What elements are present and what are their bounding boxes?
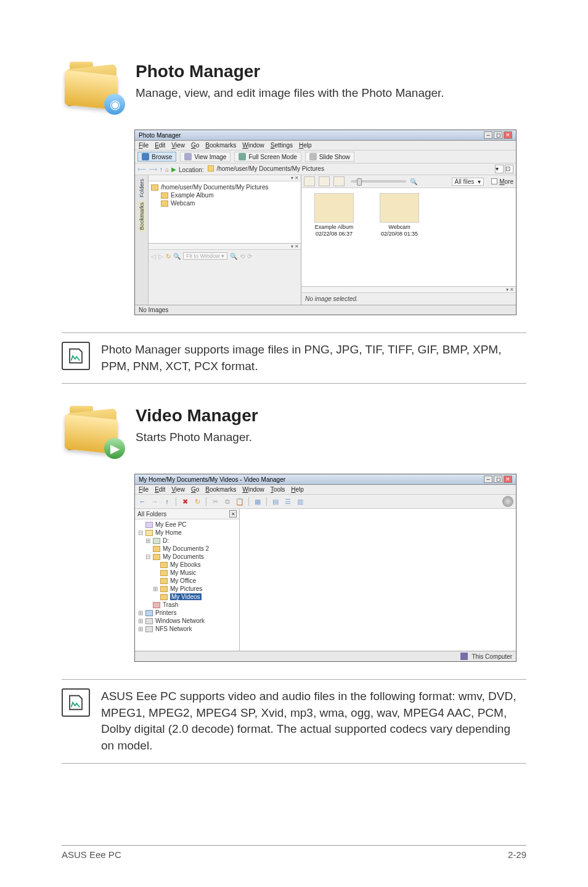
nav-forward-icon[interactable]: ⟶ [149, 166, 157, 173]
menu-edit[interactable]: Edit [155, 142, 165, 149]
vm-menu-file[interactable]: File [139, 486, 149, 493]
vm-tree-node[interactable]: Trash [137, 601, 237, 609]
pm-menubar[interactable]: File Edit View Go Bookmarks Window Setti… [135, 141, 516, 151]
info-text: No image selected. [301, 293, 516, 305]
loc-dropdown-icon[interactable]: ▾ [495, 165, 504, 173]
vm-menu-view[interactable]: View [171, 486, 185, 493]
vm-side-close-icon[interactable]: ✕ [229, 510, 237, 518]
video-manager-screenshot: My Home/My Documents/My Videos - Video M… [134, 474, 517, 662]
vm-tree-node[interactable]: My Office [137, 577, 237, 585]
vm-tree-node[interactable]: ⊞Printers [137, 609, 237, 617]
vm-tree-node[interactable]: ⊞D: [137, 537, 237, 545]
nav-go-icon[interactable]: ▶ [171, 166, 176, 173]
nav-home-icon[interactable]: ⌂ [165, 166, 169, 173]
vm-close-button[interactable]: ✕ [504, 476, 512, 483]
more-checkbox[interactable] [491, 178, 497, 184]
view-image-mode-button[interactable]: View Image [180, 152, 231, 162]
vm-view-details-icon[interactable]: ▥ [295, 497, 305, 506]
prev-refresh-icon[interactable]: ↻ [166, 253, 171, 260]
vm-view-list-icon[interactable]: ☰ [283, 497, 293, 506]
view-thumbs-icon[interactable] [304, 176, 315, 186]
vm-tree-node[interactable]: ⊟My Documents [137, 553, 237, 561]
vm-tree-node[interactable]: My Eee PC [137, 521, 237, 529]
prev-zoom-in-icon[interactable]: 🔍 [230, 253, 237, 260]
menu-file[interactable]: File [139, 142, 149, 149]
preview-panel-handle[interactable]: ▾ ✕ [149, 244, 301, 250]
side-tab-folders[interactable]: Folders [139, 178, 145, 199]
vm-file-area[interactable] [240, 509, 516, 651]
nav-up-icon[interactable]: ↑ [160, 166, 163, 173]
minimize-button[interactable]: – [484, 131, 492, 139]
vm-stop-icon[interactable]: ✖ [180, 497, 190, 506]
slide-show-mode-button[interactable]: Slide Show [305, 152, 354, 162]
maximize-button[interactable]: ◻ [494, 131, 502, 139]
menu-help[interactable]: Help [299, 142, 312, 149]
vm-back-icon[interactable]: ← [137, 497, 147, 506]
video-folder-icon: ▶ [65, 406, 120, 455]
tree-panel-handle[interactable]: ▾ ✕ [149, 175, 301, 181]
vm-tree-node[interactable]: My Videos [137, 593, 237, 601]
close-button[interactable]: ✕ [504, 131, 512, 139]
photo-manager-desc: Manage, view, and edit image files with … [136, 85, 526, 102]
prev-prev-icon[interactable]: ◁ [151, 253, 156, 260]
vm-tree-node[interactable]: My Documents 2 [137, 545, 237, 553]
vm-note-text: ASUS Eee PC supports video and audio fil… [101, 688, 526, 754]
thumb-webcam[interactable]: Webcam02/20/08 01:35 [372, 193, 427, 237]
vm-menubar[interactable]: File Edit View Go Bookmarks Window Tools… [135, 485, 516, 495]
fit-mode-select[interactable]: Fit to Window ▾ [183, 252, 227, 260]
menu-settings[interactable]: Settings [271, 142, 293, 149]
view-list-icon[interactable] [319, 176, 330, 186]
vm-menu-tools[interactable]: Tools [271, 486, 285, 493]
thumb-size-slider[interactable] [351, 180, 406, 183]
menu-go[interactable]: Go [191, 142, 199, 149]
menu-bookmarks[interactable]: Bookmarks [205, 142, 236, 149]
tree-node-webcam[interactable]: Webcam [151, 199, 298, 207]
vm-minimize-button[interactable]: – [484, 476, 492, 483]
footer-left: ASUS Eee PC [62, 849, 121, 860]
location-label: Location: [179, 166, 204, 173]
info-panel-handle[interactable]: ▾ ✕ [301, 287, 516, 293]
vm-menu-window[interactable]: Window [242, 486, 264, 493]
vm-copy-icon[interactable]: ⧉ [223, 497, 232, 506]
vm-view-icons-icon[interactable]: ▦ [253, 497, 263, 506]
tree-node-example-album[interactable]: Example Album [151, 191, 298, 199]
vm-menu-bookmarks[interactable]: Bookmarks [205, 486, 236, 493]
nav-back-icon[interactable]: ⟵ [137, 166, 146, 173]
zoom-out-icon[interactable]: 🔍 [410, 178, 417, 185]
menu-window[interactable]: Window [242, 142, 264, 149]
prev-rotate-right-icon[interactable]: ⟳ [247, 253, 252, 260]
vm-menu-edit[interactable]: Edit [155, 486, 165, 493]
view-details-icon[interactable] [333, 176, 345, 186]
browse-mode-button[interactable]: Browse [137, 152, 176, 162]
vm-tree-node[interactable]: ⊟My Home [137, 529, 237, 537]
vm-cut-icon[interactable]: ✂ [210, 497, 220, 506]
vm-tree-node[interactable]: My Music [137, 569, 237, 577]
vm-menu-help[interactable]: Help [291, 486, 304, 493]
vm-tree-node[interactable]: ⊞Windows Network [137, 617, 237, 625]
vm-settings-icon[interactable] [502, 496, 513, 507]
prev-zoom-icon[interactable]: 🔍 [173, 253, 181, 260]
filter-select[interactable]: All files▾ [452, 178, 484, 186]
side-tab-bookmarks[interactable]: Bookmarks [139, 201, 145, 231]
loc-clear-icon[interactable]: ⊡ [505, 165, 513, 173]
vm-status-text: This Computer [472, 653, 512, 660]
more-label: More [499, 178, 513, 185]
vm-tree-node[interactable]: My Ebooks [137, 561, 237, 569]
vm-maximize-button[interactable]: ◻ [494, 476, 502, 483]
vm-up-icon[interactable]: ↑ [162, 497, 172, 506]
menu-view[interactable]: View [171, 142, 185, 149]
vm-forward-icon[interactable]: → [150, 497, 160, 506]
vm-view-thumbs-icon[interactable]: ▤ [271, 497, 280, 506]
thumb-example-album[interactable]: Example Album02/22/08 06:37 [306, 193, 362, 237]
full-screen-mode-button[interactable]: Full Screen Mode [234, 152, 301, 162]
vm-tree-node[interactable]: ⊞My Pictures [137, 585, 237, 593]
photo-manager-title: Photo Manager [136, 62, 526, 81]
vm-menu-go[interactable]: Go [191, 486, 199, 493]
vm-paste-icon[interactable]: 📋 [235, 497, 245, 506]
tree-root[interactable]: /home/user/My Documents/My Pictures [151, 183, 298, 191]
vm-reload-icon[interactable]: ↻ [192, 497, 202, 506]
vm-tree-node[interactable]: ⊞NFS Network [137, 625, 237, 633]
prev-next-icon[interactable]: ▷ [158, 253, 163, 260]
prev-rotate-left-icon[interactable]: ⟲ [240, 253, 245, 260]
location-path[interactable]: /home/user/My Documents/My Pictures [216, 165, 324, 172]
